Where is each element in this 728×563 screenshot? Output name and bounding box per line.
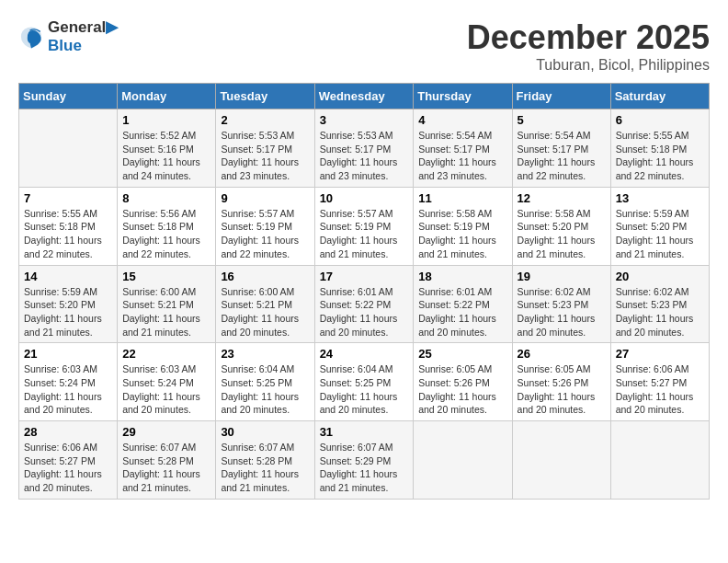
calendar-cell: 17Sunrise: 6:01 AMSunset: 5:22 PMDayligh… xyxy=(314,265,414,343)
day-info: Sunrise: 6:06 AMSunset: 5:27 PMDaylight:… xyxy=(616,362,704,417)
day-number: 8 xyxy=(122,191,210,205)
day-number: 31 xyxy=(320,425,409,439)
day-info: Sunrise: 6:01 AMSunset: 5:22 PMDaylight:… xyxy=(320,285,409,339)
calendar-cell: 5Sunrise: 5:54 AMSunset: 5:17 PMDaylight… xyxy=(512,109,610,188)
calendar-week-row: 7Sunrise: 5:55 AMSunset: 5:18 PMDaylight… xyxy=(19,187,710,265)
day-number: 26 xyxy=(518,347,606,361)
day-number: 17 xyxy=(320,270,409,283)
day-number: 22 xyxy=(122,347,210,361)
calendar-cell: 12Sunrise: 5:58 AMSunset: 5:20 PMDayligh… xyxy=(512,187,610,265)
day-info: Sunrise: 6:05 AMSunset: 5:26 PMDaylight:… xyxy=(418,362,506,417)
calendar-cell: 8Sunrise: 5:56 AMSunset: 5:18 PMDaylight… xyxy=(118,187,216,265)
day-number: 7 xyxy=(24,191,112,205)
day-info: Sunrise: 5:52 AMSunset: 5:16 PMDaylight:… xyxy=(122,129,210,183)
day-info: Sunrise: 6:00 AMSunset: 5:21 PMDaylight:… xyxy=(122,285,210,339)
calendar-cell: 4Sunrise: 5:54 AMSunset: 5:17 PMDaylight… xyxy=(414,109,512,188)
day-number: 21 xyxy=(24,347,112,361)
calendar-cell: 20Sunrise: 6:02 AMSunset: 5:23 PMDayligh… xyxy=(610,265,709,343)
day-info: Sunrise: 6:03 AMSunset: 5:24 PMDaylight:… xyxy=(122,362,210,417)
weekday-header-wednesday: Wednesday xyxy=(314,84,414,109)
day-number: 14 xyxy=(24,270,112,283)
day-info: Sunrise: 6:02 AMSunset: 5:23 PMDaylight:… xyxy=(518,285,606,339)
day-number: 29 xyxy=(122,425,210,439)
calendar-cell: 31Sunrise: 6:07 AMSunset: 5:29 PMDayligh… xyxy=(314,421,414,500)
day-number: 16 xyxy=(221,270,309,283)
calendar-cell: 15Sunrise: 6:00 AMSunset: 5:21 PMDayligh… xyxy=(118,265,216,343)
day-number: 3 xyxy=(320,113,409,127)
calendar-cell: 21Sunrise: 6:03 AMSunset: 5:24 PMDayligh… xyxy=(19,343,118,421)
header: General▶ Blue December 2025 Tuburan, Bic… xyxy=(18,18,710,74)
calendar-week-row: 21Sunrise: 6:03 AMSunset: 5:24 PMDayligh… xyxy=(19,343,710,421)
calendar-cell: 24Sunrise: 6:04 AMSunset: 5:25 PMDayligh… xyxy=(314,343,414,421)
day-info: Sunrise: 6:04 AMSunset: 5:25 PMDaylight:… xyxy=(221,362,309,417)
logo-text: General▶ Blue xyxy=(48,18,118,54)
calendar-cell: 25Sunrise: 6:05 AMSunset: 5:26 PMDayligh… xyxy=(414,343,512,421)
calendar-cell: 11Sunrise: 5:58 AMSunset: 5:19 PMDayligh… xyxy=(414,187,512,265)
day-number: 4 xyxy=(418,113,506,127)
day-info: Sunrise: 5:59 AMSunset: 5:20 PMDaylight:… xyxy=(616,207,704,261)
day-info: Sunrise: 6:07 AMSunset: 5:28 PMDaylight:… xyxy=(122,441,210,495)
calendar-week-row: 14Sunrise: 5:59 AMSunset: 5:20 PMDayligh… xyxy=(19,265,710,343)
weekday-header-tuesday: Tuesday xyxy=(216,84,314,109)
calendar-cell: 19Sunrise: 6:02 AMSunset: 5:23 PMDayligh… xyxy=(512,265,610,343)
day-number: 1 xyxy=(122,113,210,127)
calendar-cell: 7Sunrise: 5:55 AMSunset: 5:18 PMDaylight… xyxy=(19,187,118,265)
day-info: Sunrise: 6:05 AMSunset: 5:26 PMDaylight:… xyxy=(518,362,606,417)
day-number: 20 xyxy=(616,270,704,283)
day-info: Sunrise: 6:00 AMSunset: 5:21 PMDaylight:… xyxy=(221,285,309,339)
day-number: 9 xyxy=(221,191,309,205)
day-info: Sunrise: 5:58 AMSunset: 5:19 PMDaylight:… xyxy=(418,207,506,261)
calendar-cell: 3Sunrise: 5:53 AMSunset: 5:17 PMDaylight… xyxy=(314,109,414,188)
day-number: 2 xyxy=(221,113,309,127)
day-number: 5 xyxy=(518,113,606,127)
day-info: Sunrise: 5:58 AMSunset: 5:20 PMDaylight:… xyxy=(518,207,606,261)
calendar-cell: 2Sunrise: 5:53 AMSunset: 5:17 PMDaylight… xyxy=(216,109,314,188)
weekday-header-saturday: Saturday xyxy=(610,84,709,109)
calendar-week-row: 1Sunrise: 5:52 AMSunset: 5:16 PMDaylight… xyxy=(19,109,710,188)
day-number: 15 xyxy=(122,270,210,283)
day-number: 11 xyxy=(418,191,506,205)
day-info: Sunrise: 6:07 AMSunset: 5:29 PMDaylight:… xyxy=(320,441,409,495)
calendar-table: SundayMondayTuesdayWednesdayThursdayFrid… xyxy=(18,83,710,500)
weekday-header-friday: Friday xyxy=(512,84,610,109)
calendar-cell: 14Sunrise: 5:59 AMSunset: 5:20 PMDayligh… xyxy=(19,265,118,343)
calendar-cell xyxy=(19,109,118,188)
day-info: Sunrise: 6:06 AMSunset: 5:27 PMDaylight:… xyxy=(24,441,112,495)
calendar-cell: 30Sunrise: 6:07 AMSunset: 5:28 PMDayligh… xyxy=(216,421,314,500)
weekday-header-monday: Monday xyxy=(118,84,216,109)
calendar-cell: 18Sunrise: 6:01 AMSunset: 5:22 PMDayligh… xyxy=(414,265,512,343)
day-number: 25 xyxy=(418,347,506,361)
day-info: Sunrise: 5:54 AMSunset: 5:17 PMDaylight:… xyxy=(418,129,506,183)
calendar-cell xyxy=(512,421,610,500)
day-info: Sunrise: 5:55 AMSunset: 5:18 PMDaylight:… xyxy=(616,129,704,183)
day-info: Sunrise: 5:59 AMSunset: 5:20 PMDaylight:… xyxy=(24,285,112,339)
day-number: 12 xyxy=(518,191,606,205)
calendar-cell: 16Sunrise: 6:00 AMSunset: 5:21 PMDayligh… xyxy=(216,265,314,343)
day-info: Sunrise: 6:07 AMSunset: 5:28 PMDaylight:… xyxy=(221,441,309,495)
day-info: Sunrise: 6:02 AMSunset: 5:23 PMDaylight:… xyxy=(616,285,704,339)
day-info: Sunrise: 5:57 AMSunset: 5:19 PMDaylight:… xyxy=(320,207,409,261)
day-number: 19 xyxy=(518,270,606,283)
calendar-cell: 29Sunrise: 6:07 AMSunset: 5:28 PMDayligh… xyxy=(118,421,216,500)
weekday-header-thursday: Thursday xyxy=(414,84,512,109)
day-number: 30 xyxy=(221,425,309,439)
calendar-week-row: 28Sunrise: 6:06 AMSunset: 5:27 PMDayligh… xyxy=(19,421,710,500)
calendar-cell: 26Sunrise: 6:05 AMSunset: 5:26 PMDayligh… xyxy=(512,343,610,421)
calendar-cell: 27Sunrise: 6:06 AMSunset: 5:27 PMDayligh… xyxy=(610,343,709,421)
calendar-cell xyxy=(610,421,709,500)
weekday-header-row: SundayMondayTuesdayWednesdayThursdayFrid… xyxy=(19,84,710,109)
day-number: 27 xyxy=(616,347,704,361)
day-number: 6 xyxy=(616,113,704,127)
day-info: Sunrise: 6:01 AMSunset: 5:22 PMDaylight:… xyxy=(418,285,506,339)
logo: General▶ Blue xyxy=(18,18,118,54)
month-title: December 2025 xyxy=(467,18,710,57)
day-info: Sunrise: 5:56 AMSunset: 5:18 PMDaylight:… xyxy=(122,207,210,261)
day-number: 24 xyxy=(320,347,409,361)
location-title: Tuburan, Bicol, Philippines xyxy=(467,57,710,74)
calendar-cell: 13Sunrise: 5:59 AMSunset: 5:20 PMDayligh… xyxy=(610,187,709,265)
day-number: 28 xyxy=(24,425,112,439)
calendar-cell: 10Sunrise: 5:57 AMSunset: 5:19 PMDayligh… xyxy=(314,187,414,265)
calendar-cell: 23Sunrise: 6:04 AMSunset: 5:25 PMDayligh… xyxy=(216,343,314,421)
calendar-cell: 22Sunrise: 6:03 AMSunset: 5:24 PMDayligh… xyxy=(118,343,216,421)
day-info: Sunrise: 5:53 AMSunset: 5:17 PMDaylight:… xyxy=(221,129,309,183)
